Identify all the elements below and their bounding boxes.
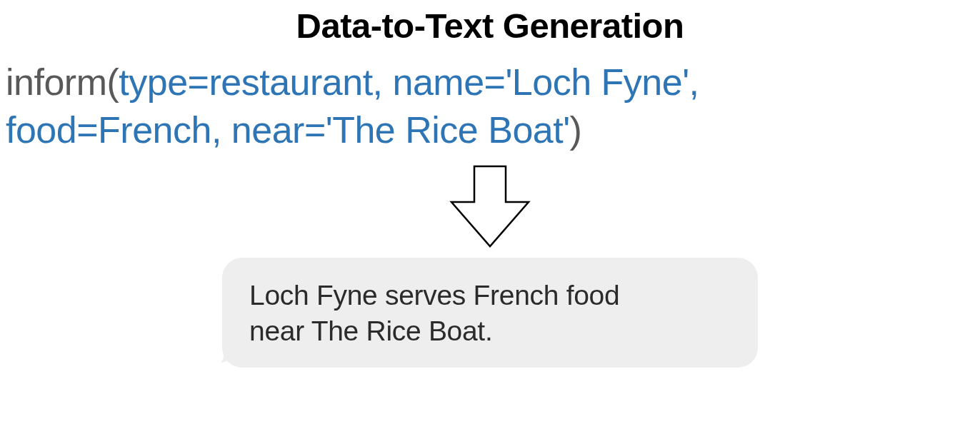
chat-bubble-output: Loch Fyne serves French food near The Ri… xyxy=(222,258,758,368)
output-text-line2: near The Rice Boat. xyxy=(249,316,492,346)
diagram-title: Data-to-Text Generation xyxy=(0,6,980,46)
output-text-line1: Loch Fyne serves French food xyxy=(249,280,619,311)
input-args-line2: food=French, near='The Rice Boat' xyxy=(6,109,570,151)
input-args-line1: type=restaurant, name='Loch Fyne', xyxy=(119,61,699,103)
close-paren: ) xyxy=(570,109,582,151)
function-name: inform xyxy=(6,61,106,103)
open-paren: ( xyxy=(106,61,119,103)
structured-input: inform(type=restaurant, name='Loch Fyne'… xyxy=(0,59,980,153)
arrow-down-icon xyxy=(0,159,980,255)
